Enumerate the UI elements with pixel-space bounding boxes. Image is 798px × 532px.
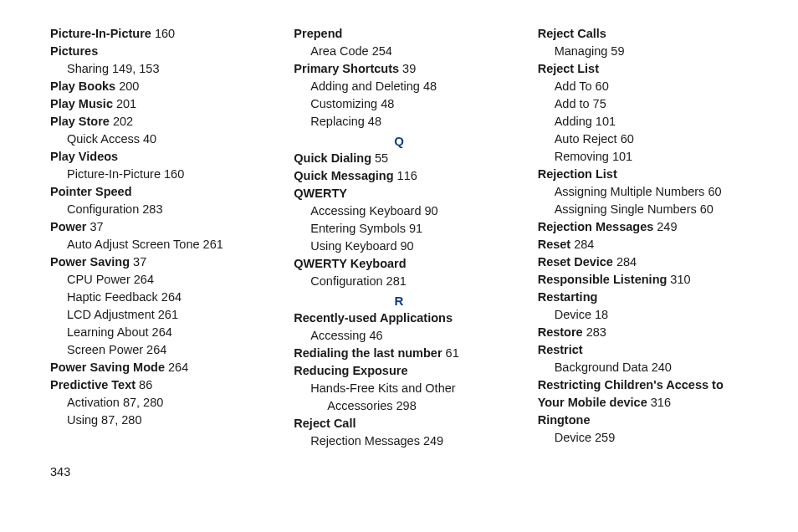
index-subentry: Learning About 264 bbox=[50, 324, 260, 341]
index-page-ref: 201 bbox=[113, 97, 136, 110]
index-term: Reject List bbox=[538, 62, 599, 75]
index-term: Background Data bbox=[555, 361, 648, 374]
index-entry: Redialing the last number 61 bbox=[294, 345, 504, 362]
index-term: Assigning Single Numbers bbox=[555, 202, 697, 216]
index-entry: Play Store 202 bbox=[50, 113, 260, 130]
index-page-ref: 316 bbox=[647, 396, 671, 409]
index-column-1: Picture-In-Picture 160PicturesSharing 14… bbox=[50, 25, 260, 450]
index-entry: Picture-In-Picture 160 bbox=[50, 25, 260, 43]
index-page-ref: 149, 153 bbox=[109, 62, 159, 75]
index-column-2: PrependArea Code 254Primary Shortcuts 39… bbox=[294, 25, 504, 450]
index-subentry: Activation 87, 280 bbox=[50, 394, 260, 412]
index-entry: Primary Shortcuts 39 bbox=[294, 60, 504, 78]
index-term: Add to bbox=[555, 97, 590, 110]
index-subentry: Using 87, 280 bbox=[50, 412, 260, 429]
index-page-ref: 61 bbox=[442, 346, 459, 360]
index-subentry: Configuration 281 bbox=[294, 273, 504, 290]
index-page-ref: 37 bbox=[130, 255, 146, 269]
index-subentry: Sharing 149, 153 bbox=[50, 60, 260, 78]
index-page-ref: 86 bbox=[136, 378, 152, 391]
index-term: Pictures bbox=[50, 44, 98, 58]
index-term: Reset bbox=[538, 238, 571, 251]
index-subentry: Customizing 48 bbox=[294, 95, 504, 113]
index-subentry: Assigning Multiple Numbers 60 bbox=[538, 183, 748, 201]
index-entry: Reset 284 bbox=[538, 236, 748, 253]
index-subentry: Accessories 298 bbox=[294, 397, 504, 415]
index-subentry: Replacing 48 bbox=[294, 113, 504, 130]
index-letter: Q bbox=[294, 134, 504, 148]
index-subentry: Area Code 254 bbox=[294, 43, 504, 60]
index-page-ref: 101 bbox=[592, 115, 616, 128]
index-term: Redialing the last number bbox=[294, 346, 442, 360]
index-term: Haptic Feedback bbox=[67, 290, 158, 304]
index-term: Ringtone bbox=[538, 413, 591, 427]
index-page-ref: 48 bbox=[420, 79, 437, 93]
index-term: Restarting bbox=[538, 290, 598, 304]
index-term: Prepend bbox=[294, 27, 342, 40]
index-page-ref: 264 bbox=[130, 273, 154, 286]
index-page-ref: 202 bbox=[110, 115, 133, 128]
index-page-ref: 298 bbox=[393, 399, 417, 412]
index-page-ref: 60 bbox=[592, 79, 609, 93]
index-subentry: Assigning Single Numbers 60 bbox=[538, 201, 748, 218]
index-term: Activation bbox=[67, 396, 120, 409]
index-page-ref: 39 bbox=[399, 62, 416, 75]
index-term: Auto Adjust Screen Tone bbox=[67, 238, 200, 251]
index-term: CPU Power bbox=[67, 273, 130, 286]
index-page-ref: 283 bbox=[139, 202, 162, 216]
index-page-ref: 264 bbox=[149, 325, 172, 339]
index-columns: Picture-In-Picture 160PicturesSharing 14… bbox=[50, 25, 748, 450]
index-page-ref: 261 bbox=[200, 238, 223, 251]
index-entry: Restore 283 bbox=[538, 324, 748, 341]
index-page-ref: 18 bbox=[591, 308, 608, 321]
index-entry: Play Music 201 bbox=[50, 95, 260, 113]
index-page-ref: 90 bbox=[422, 204, 438, 217]
index-subentry: Background Data 240 bbox=[538, 359, 748, 376]
index-entry: Play Books 200 bbox=[50, 78, 260, 95]
index-subentry: Hands-Free Kits and Other bbox=[294, 380, 504, 397]
index-term: Accessing Keyboard bbox=[310, 204, 421, 217]
page-number: 343 bbox=[50, 465, 748, 478]
index-term: Replacing bbox=[310, 115, 365, 128]
index-term: Restore bbox=[538, 325, 583, 339]
index-page-ref: 310 bbox=[667, 273, 690, 286]
index-page-ref: 101 bbox=[609, 150, 632, 163]
index-entry: Reject Call bbox=[294, 415, 504, 432]
index-term: Predictive Text bbox=[50, 378, 136, 391]
index-term: Entering Symbols bbox=[310, 222, 406, 235]
index-subentry: CPU Power 264 bbox=[50, 271, 260, 289]
index-term: Reject Calls bbox=[538, 27, 606, 40]
index-term: Rejection Messages bbox=[310, 434, 420, 448]
index-subentry: Screen Power 264 bbox=[50, 341, 260, 359]
index-entry: Reject Calls bbox=[538, 25, 748, 43]
index-term: Play Music bbox=[50, 97, 113, 110]
index-term: Power bbox=[50, 220, 87, 233]
index-term: Rejection List bbox=[538, 167, 617, 181]
index-term: Quick Access bbox=[67, 132, 140, 146]
index-subentry: Picture-In-Picture 160 bbox=[50, 166, 260, 183]
index-term: Accessing bbox=[310, 329, 366, 342]
index-term: Play Books bbox=[50, 79, 115, 93]
index-term: Play Videos bbox=[50, 150, 118, 163]
index-term: Learning About bbox=[67, 325, 149, 339]
index-term: Pointer Speed bbox=[50, 185, 132, 198]
index-term: Using Keyboard bbox=[310, 239, 396, 253]
index-subentry: Rejection Messages 249 bbox=[294, 432, 504, 450]
index-term: Customizing bbox=[310, 97, 377, 110]
index-subentry: Auto Reject 60 bbox=[538, 130, 748, 148]
index-subentry: Entering Symbols 91 bbox=[294, 220, 504, 238]
index-page-ref: 283 bbox=[583, 325, 606, 339]
index-subentry: Quick Access 40 bbox=[50, 130, 260, 148]
index-page-ref: 40 bbox=[140, 132, 156, 146]
index-page-ref: 60 bbox=[617, 132, 634, 146]
index-entry: Quick Messaging 116 bbox=[294, 167, 504, 185]
index-term: Restricting Children's Access to Your Mo… bbox=[538, 378, 724, 409]
index-term: Removing bbox=[555, 150, 609, 163]
index-subentry: Add to 75 bbox=[538, 95, 748, 113]
index-letter: R bbox=[294, 294, 504, 308]
index-page-ref: 48 bbox=[365, 115, 381, 128]
index-entry: Pictures bbox=[50, 43, 260, 60]
index-term: Quick Messaging bbox=[294, 169, 393, 182]
index-subentry: Removing 101 bbox=[538, 148, 748, 166]
index-entry: Power Saving Mode 264 bbox=[50, 359, 260, 376]
